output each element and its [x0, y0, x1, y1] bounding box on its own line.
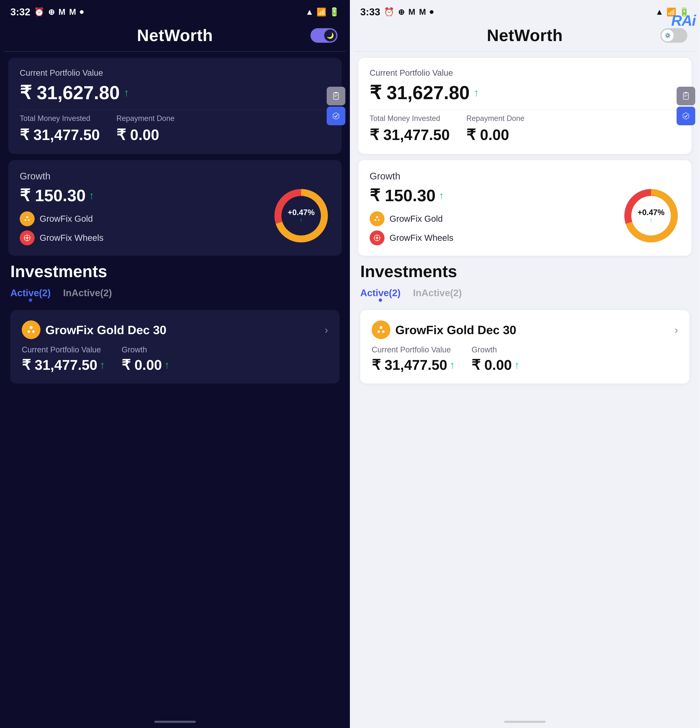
portfolio-up-arrow-light: [474, 88, 479, 98]
repayment-label-light: Repayment Done: [466, 114, 524, 123]
investments-tabs-dark: Active(2) InActive(2): [10, 287, 339, 305]
svg-point-25: [378, 219, 380, 221]
fund-item-wheels-light: GrowFix Wheels: [369, 230, 622, 246]
growth-left-dark: ₹ 150.30 GrowFix: [20, 186, 272, 246]
floating-icon-check-dark[interactable]: [327, 107, 345, 125]
total-invested-dark: Total Money Invested ₹ 31,477.50: [20, 114, 100, 143]
fund-item-gold-dark: GrowFix Gold: [20, 211, 272, 226]
light-panel: RAi 3:33 ⏰ ⊕ M M ▲ 📶 🔋 NetWorth Current …: [350, 0, 700, 728]
total-invested-label-light: Total Money Invested: [369, 114, 450, 123]
growth-value-light: ₹ 150.30: [369, 186, 622, 205]
scroll-area-dark: Current Portfolio Value ₹ 31,627.80 Tota…: [0, 52, 350, 715]
floating-icon-clipboard-light[interactable]: [677, 87, 695, 105]
status-icon-m1-light: M: [408, 7, 415, 17]
inv-header-dark: GrowFix Gold Dec 30 ›: [22, 321, 328, 339]
repayment-value-dark: ₹ 0.00: [116, 126, 175, 143]
investments-section-dark: Investments Active(2) InActive(2): [8, 262, 342, 383]
donut-arrow-dark: ↑: [288, 217, 315, 223]
portfolio-up-arrow-dark: [124, 88, 129, 98]
portfolio-sub-row-light: Total Money Invested ₹ 31,477.50 Repayme…: [369, 114, 680, 143]
investments-section-light: Investments Active(2) InActive(2): [358, 262, 691, 383]
theme-toggle-light[interactable]: [660, 28, 687, 43]
inv-sub-row-dark: Current Portfolio Value ₹ 31,477.50 Grow…: [22, 345, 328, 373]
portfolio-card-dark: Current Portfolio Value ₹ 31,627.80 Tota…: [8, 58, 342, 154]
home-bar-dark: [154, 721, 196, 723]
tab-inactive-dark[interactable]: InActive(2): [63, 287, 112, 305]
repayment-value-light: ₹ 0.00: [466, 126, 524, 143]
svg-point-4: [26, 216, 28, 218]
fund-icon-wheels-dark: [20, 230, 35, 246]
svg-point-37: [382, 331, 384, 333]
investment-card-light: GrowFix Gold Dec 30 › Current Portfolio …: [360, 310, 690, 383]
floating-icon-check-light[interactable]: [677, 107, 695, 125]
status-left-light: 3:33 ⏰ ⊕ M M: [360, 6, 433, 17]
tab-active-dark[interactable]: Active(2): [10, 287, 51, 305]
toggle-knob-dark: [324, 29, 336, 42]
fund-item-wheels-dark: GrowFix Wheels: [20, 230, 272, 246]
portfolio-value-light: ₹ 31,627.80: [369, 82, 680, 104]
tab-inactive-label-light: InActive(2): [413, 287, 462, 298]
inv-portfolio-light: Current Portfolio Value ₹ 31,477.50: [372, 345, 455, 373]
status-time-dark: 3:32: [10, 6, 30, 17]
home-indicator-light: [350, 715, 700, 728]
fund-icon-gold-dark: [20, 211, 35, 226]
donut-center-dark: +0.47% ↑: [288, 208, 315, 223]
growth-card-dark: Growth ₹ 150.30: [8, 160, 342, 256]
inv-growth-label-light: Growth: [472, 345, 520, 354]
status-right-dark: ▲ 📶 🔋: [305, 7, 339, 17]
inv-chevron-dark[interactable]: ›: [325, 324, 328, 336]
growth-title-dark: Growth: [20, 170, 330, 182]
status-bar-light: 3:33 ⏰ ⊕ M M ▲ 📶 🔋: [350, 0, 700, 20]
app-title-dark: NetWorth: [137, 26, 213, 45]
inv-portfolio-arrow-light: [450, 360, 455, 370]
wifi-icon-light: ▲: [655, 7, 664, 17]
portfolio-divider-light: [369, 110, 680, 110]
fund-item-gold-light: GrowFix Gold: [369, 211, 622, 226]
inv-chevron-light[interactable]: ›: [674, 324, 678, 336]
svg-point-23: [376, 216, 378, 218]
svg-rect-20: [685, 92, 687, 93]
svg-point-8: [26, 237, 28, 239]
svg-rect-0: [333, 93, 339, 99]
growth-left-light: ₹ 150.30 GrowFix: [369, 186, 622, 246]
investments-title-dark: Investments: [10, 262, 339, 281]
fund-name-gold-dark: GrowFix Gold: [40, 214, 93, 224]
svg-rect-1: [335, 92, 337, 93]
fund-name-gold-light: GrowFix Gold: [390, 214, 443, 224]
svg-point-17: [27, 331, 30, 333]
inv-portfolio-label-dark: Current Portfolio Value: [22, 345, 105, 354]
inv-header-light: GrowFix Gold Dec 30 ›: [372, 321, 678, 339]
status-bar-dark: 3:32 ⏰ ⊕ M M ▲ 📶 🔋: [0, 0, 350, 20]
tab-inactive-label-dark: InActive(2): [63, 287, 112, 298]
fund-name-wheels-light: GrowFix Wheels: [390, 233, 453, 243]
inv-portfolio-value-dark: ₹ 31,477.50: [22, 357, 105, 373]
home-bar-light: [504, 721, 546, 723]
inv-name-light: GrowFix Gold Dec 30: [395, 323, 670, 337]
svg-point-36: [378, 331, 380, 333]
total-invested-value-light: ₹ 31,477.50: [369, 126, 450, 143]
tab-inactive-light[interactable]: InActive(2): [413, 287, 462, 305]
donut-arrow-light: ↑: [638, 217, 664, 223]
svg-rect-19: [683, 93, 688, 99]
status-icon-m2: M: [69, 7, 76, 17]
floating-icon-clipboard-dark[interactable]: [327, 87, 345, 105]
donut-percent-dark: +0.47%: [288, 208, 315, 217]
bottom-spacer-light: [358, 390, 691, 394]
inv-name-dark: GrowFix Gold Dec 30: [45, 323, 320, 337]
status-dot-light: [430, 10, 433, 14]
bottom-spacer-dark: [8, 390, 342, 394]
status-icon-alarm-light: ⏰: [384, 7, 394, 17]
tab-dot-light: [379, 299, 382, 302]
tab-active-light[interactable]: Active(2): [360, 287, 400, 305]
theme-toggle-dark[interactable]: [310, 28, 338, 43]
total-invested-light: Total Money Invested ₹ 31,477.50: [369, 114, 450, 143]
growth-content-light: ₹ 150.30 GrowFix: [369, 186, 680, 246]
inv-growth-arrow-dark: [165, 360, 170, 370]
repayment-light: Repayment Done ₹ 0.00: [466, 114, 524, 143]
status-icon-m2-light: M: [419, 7, 426, 17]
portfolio-label-light: Current Portfolio Value: [369, 68, 680, 78]
tab-dot-dark: [29, 299, 32, 302]
inv-sub-row-light: Current Portfolio Value ₹ 31,477.50 Grow…: [372, 345, 678, 373]
wifi-icon-dark: ▲: [305, 7, 313, 17]
inv-portfolio-label-light: Current Portfolio Value: [372, 345, 455, 354]
